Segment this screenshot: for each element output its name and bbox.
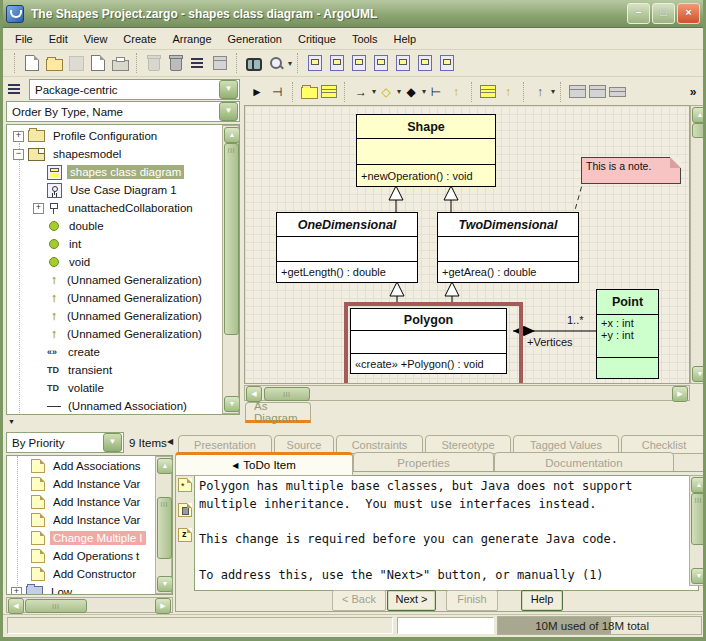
class-onedimensional[interactable]: OneDimensional +getLength() : double xyxy=(276,212,418,283)
expander-icon[interactable]: + xyxy=(13,131,24,142)
perspective-icon[interactable] xyxy=(8,80,26,98)
menu-view[interactable]: View xyxy=(76,31,116,47)
todo-item[interactable]: Add Instance Var xyxy=(31,511,143,529)
tree-item-generalization-2[interactable]: ↑ (Unnamed Generalization) xyxy=(47,289,205,307)
scroll-right-icon[interactable]: ▶ xyxy=(155,598,171,614)
new-statechart-diagram-icon[interactable] xyxy=(393,53,413,73)
association-multiplicity[interactable]: 1..* xyxy=(567,314,584,326)
open-project-icon[interactable] xyxy=(44,53,64,73)
todo-item-selected[interactable]: Change Multiple I xyxy=(31,529,146,547)
minimize-button[interactable]: − xyxy=(627,3,650,24)
menu-create[interactable]: Create xyxy=(115,31,164,47)
new-usecase-diagram-icon[interactable] xyxy=(305,53,325,73)
select-tool-icon[interactable]: ► xyxy=(248,82,266,102)
tree-item-generalization-3[interactable]: ↑ (Unnamed Generalization) xyxy=(47,307,205,325)
tree-item-double[interactable]: double xyxy=(47,217,107,235)
new-todo-icon[interactable]: * xyxy=(178,478,192,492)
interface-tool-icon[interactable] xyxy=(479,82,497,102)
zoom-icon[interactable] xyxy=(266,53,286,73)
export-icon[interactable] xyxy=(88,53,108,73)
new-deployment-diagram-icon[interactable] xyxy=(437,53,457,73)
todo-scrollbar[interactable]: ▲ ||| ▼ xyxy=(155,456,172,594)
new-collaboration-diagram-icon[interactable] xyxy=(371,53,391,73)
combo-arrow-icon[interactable]: ▼ xyxy=(219,80,238,99)
todo-item[interactable]: Add Associations xyxy=(31,457,144,475)
combo-arrow-icon[interactable]: ▼ xyxy=(219,102,238,121)
todo-item[interactable]: Add Operations t xyxy=(31,547,142,565)
help-button[interactable]: Help xyxy=(521,590,563,611)
menu-file[interactable]: File xyxy=(7,31,41,47)
new-sequence-diagram-icon[interactable] xyxy=(349,53,369,73)
scroll-down-icon[interactable]: ▼ xyxy=(692,366,706,382)
expander-icon[interactable]: − xyxy=(13,149,24,160)
scroll-down-icon[interactable]: ▼ xyxy=(691,568,706,584)
diagram-vscrollbar[interactable]: ▲ ▼ xyxy=(690,105,706,384)
class-tool-icon[interactable] xyxy=(320,82,338,102)
toolbar-overflow-icon[interactable]: » xyxy=(684,82,702,102)
scroll-up-icon[interactable]: ▲ xyxy=(224,127,240,143)
menu-tools[interactable]: Tools xyxy=(344,31,386,47)
uniassociation-tool-icon[interactable]: ⊢ xyxy=(427,82,445,102)
realization-tool-icon[interactable]: ↑ xyxy=(499,82,517,102)
class-polygon-selection[interactable]: Polygon «create» +Polygon() : void xyxy=(344,302,523,384)
class-shape[interactable]: Shape +newOperation() : void xyxy=(356,114,496,187)
tree-item-volatile[interactable]: TD volatile xyxy=(47,379,107,397)
maximize-button[interactable]: □ xyxy=(652,3,675,24)
zoom-dropdown-icon[interactable]: ▾ xyxy=(288,59,292,68)
tree-item-shapesmodel[interactable]: − shapesmodel xyxy=(13,145,124,163)
remove-from-diagram-icon[interactable] xyxy=(144,53,164,73)
scroll-up-icon[interactable]: ▲ xyxy=(692,107,706,123)
tab-as-diagram[interactable]: As Diagram xyxy=(245,402,311,423)
aggregation-tool-icon[interactable]: ◇ xyxy=(377,82,395,102)
back-button[interactable]: < Back xyxy=(332,590,386,611)
scroll-left-icon[interactable]: ◀ xyxy=(8,598,24,614)
tree-item-generalization-4[interactable]: ↑ (Unnamed Generalization) xyxy=(47,325,205,343)
class-polygon[interactable]: Polygon «create» +Polygon() : void xyxy=(350,308,507,374)
settings-icon[interactable] xyxy=(210,53,230,73)
menu-edit[interactable]: Edit xyxy=(41,31,76,47)
tree-item-int[interactable]: int xyxy=(47,235,84,253)
print-icon[interactable] xyxy=(110,53,130,73)
aggregation-dropdown-icon[interactable]: ▾ xyxy=(397,87,401,96)
tree-item-profile-configuration[interactable]: + Profile Configuration xyxy=(13,127,160,145)
perspective-combo[interactable]: Package-centric ▼ xyxy=(29,79,240,100)
layout-icon[interactable] xyxy=(188,53,208,73)
operation-tool-icon[interactable] xyxy=(588,82,606,102)
composition-dropdown-icon[interactable]: ▾ xyxy=(422,87,426,96)
todo-hscrollbar[interactable]: ◀ ||| ▶ xyxy=(6,597,173,613)
tree-item-unattached-collaboration[interactable]: + unattachedCollaboration xyxy=(33,199,196,217)
new-class-diagram-icon[interactable] xyxy=(327,53,347,73)
tree-item-generalization-1[interactable]: ↑ (Unnamed Generalization) xyxy=(47,271,205,289)
next-button[interactable]: Next > xyxy=(387,590,436,611)
scroll-down-icon[interactable]: ▼ xyxy=(157,576,173,592)
todo-description[interactable]: Polygon has multiple base classes, but J… xyxy=(194,475,699,591)
explorer-scrollbar[interactable]: ▲ ||| ▼ xyxy=(222,125,239,414)
tree-item-void[interactable]: void xyxy=(47,253,93,271)
combo-arrow-icon[interactable]: ▼ xyxy=(103,433,122,452)
dependency-tool-icon[interactable]: ↑ xyxy=(531,82,549,102)
splitter-collapse-icon[interactable]: ▼ xyxy=(8,418,15,425)
association-dropdown-icon[interactable]: ▾ xyxy=(372,87,376,96)
menu-critique[interactable]: Critique xyxy=(290,31,344,47)
generalization-tool-icon[interactable]: ↑ xyxy=(447,82,465,102)
scroll-down-icon[interactable]: ▼ xyxy=(224,396,240,412)
comment-tool-icon[interactable] xyxy=(608,82,626,102)
tab-todo-item[interactable]: ◀ ToDo Item xyxy=(175,452,353,476)
association-label[interactable]: +Vertices xyxy=(527,336,573,348)
close-button[interactable]: × xyxy=(677,3,700,24)
association-tool-icon[interactable]: → xyxy=(352,82,370,102)
composition-tool-icon[interactable]: ◆ xyxy=(402,82,420,102)
todo-filter-combo[interactable]: By Priority ▼ xyxy=(6,432,124,453)
class-twodimensional[interactable]: TwoDimensional +getArea() : double xyxy=(437,212,579,283)
tree-item-onedimensional[interactable]: + OneDimensional xyxy=(33,413,159,415)
todo-item-low[interactable]: + Low xyxy=(11,583,75,595)
menu-arrange[interactable]: Arrange xyxy=(164,31,219,47)
tree-item-create[interactable]: «» create xyxy=(47,343,103,361)
todo-item[interactable]: Add Instance Var xyxy=(31,475,143,493)
attribute-tool-icon[interactable] xyxy=(568,82,586,102)
new-project-icon[interactable] xyxy=(22,53,42,73)
expander-icon[interactable]: + xyxy=(33,203,44,214)
scroll-up-icon[interactable]: ▲ xyxy=(157,458,173,474)
diagram-canvas[interactable]: Shape +newOperation() : void This is a n… xyxy=(244,105,690,384)
snooze-todo-icon[interactable]: z xyxy=(178,528,192,542)
